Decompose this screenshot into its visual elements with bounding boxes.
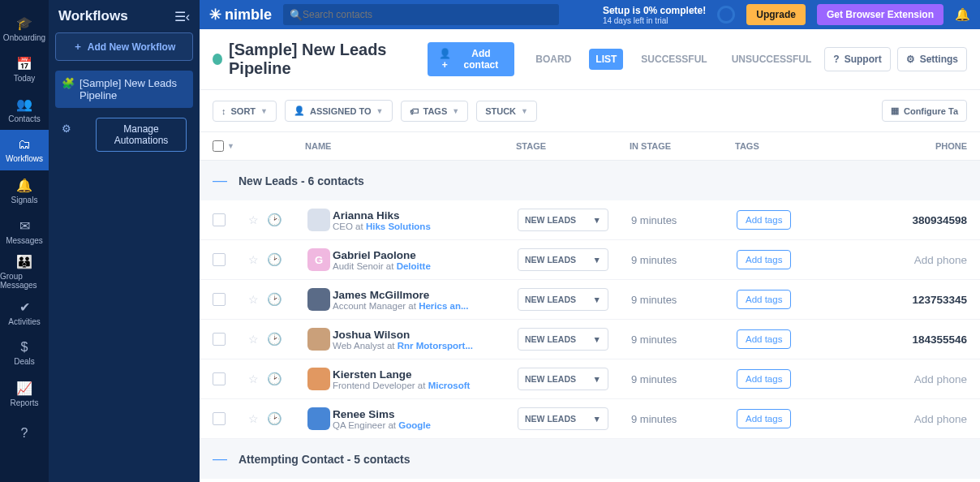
group-header[interactable]: —Attempting Contact - 5 contacts	[200, 439, 980, 479]
configure-table-button[interactable]: ▦Configure Ta	[882, 100, 967, 122]
reminder-clock-icon[interactable]: 🕑	[267, 252, 282, 267]
tags-chip[interactable]: 🏷TAGS▼	[401, 101, 469, 122]
nav-onboarding[interactable]: 🎓Onboarding	[0, 8, 49, 49]
support-button[interactable]: ? Support	[824, 47, 890, 71]
contact-name[interactable]: James McGillmore	[333, 289, 518, 301]
row-checkbox[interactable]	[213, 293, 226, 306]
favorite-star-icon[interactable]: ☆	[248, 372, 259, 385]
browser-ext-button[interactable]: Get Browser Extension	[817, 4, 943, 25]
stage-dropdown[interactable]: NEW LEADS▼	[518, 368, 608, 390]
nav-help[interactable]: ?	[0, 414, 49, 454]
reminder-clock-icon[interactable]: 🕑	[267, 411, 282, 426]
favorite-star-icon[interactable]: ☆	[248, 253, 259, 266]
favorite-star-icon[interactable]: ☆	[248, 412, 259, 425]
stage-dropdown[interactable]: NEW LEADS▼	[518, 288, 608, 311]
nav-contacts[interactable]: 👥Contacts	[0, 89, 49, 130]
avatar[interactable]	[307, 288, 330, 311]
collapse-panel-icon[interactable]: ☰‹	[174, 9, 190, 24]
add-tags-button[interactable]: Add tags	[737, 369, 791, 389]
company-link[interactable]: Google	[398, 420, 431, 430]
nav-activities[interactable]: ✔Activities	[0, 292, 49, 333]
add-tags-button[interactable]: Add tags	[737, 290, 791, 309]
row-checkbox[interactable]	[213, 333, 226, 346]
reminder-clock-icon[interactable]: 🕑	[267, 213, 282, 227]
search-input[interactable]	[303, 9, 552, 20]
nav-today[interactable]: 📅Today	[0, 49, 49, 89]
nav-messages[interactable]: ✉Messages	[0, 211, 49, 252]
nav-deals[interactable]: $Deals	[0, 333, 49, 373]
nav-group[interactable]: 👪Group Messages	[0, 252, 49, 292]
favorite-star-icon[interactable]: ☆	[248, 293, 259, 306]
phone-value[interactable]: Add phone	[911, 373, 967, 385]
add-contact-button[interactable]: 👤+ Add contact	[428, 42, 514, 76]
search-box[interactable]: 🔍	[283, 4, 559, 25]
tab-unsuccessful[interactable]: UNSUCCESSFUL	[725, 49, 819, 70]
select-caret-icon[interactable]: ▼	[227, 142, 234, 150]
add-tags-button[interactable]: Add tags	[737, 329, 791, 349]
add-tags-button[interactable]: Add tags	[737, 210, 791, 230]
reports-icon: 📈	[16, 381, 32, 396]
avatar[interactable]	[307, 328, 330, 351]
collapse-group-icon[interactable]: —	[213, 450, 227, 467]
select-all-checkbox[interactable]	[213, 140, 224, 152]
company-link[interactable]: Deloitte	[397, 261, 431, 271]
tab-successful[interactable]: SUCCESSFUL	[634, 49, 713, 70]
stuck-chip[interactable]: STUCK▼	[476, 101, 537, 122]
company-link[interactable]: Herics an...	[419, 301, 468, 311]
reminder-clock-icon[interactable]: 🕑	[267, 292, 282, 307]
favorite-star-icon[interactable]: ☆	[248, 333, 259, 346]
assigned-chip[interactable]: 👤ASSIGNED TO▼	[285, 100, 393, 122]
avatar[interactable]: G	[307, 248, 330, 271]
add-tags-button[interactable]: Add tags	[737, 409, 791, 428]
table-row: ☆🕑James McGillmoreAccount Manager at Her…	[200, 280, 980, 320]
contact-name[interactable]: Arianna Hiks	[333, 209, 518, 222]
settings-button[interactable]: ⚙ Settings	[897, 47, 967, 71]
reminder-clock-icon[interactable]: 🕑	[267, 372, 282, 386]
nav-reports[interactable]: 📈Reports	[0, 373, 49, 414]
stage-dropdown[interactable]: NEW LEADS▼	[518, 209, 608, 231]
avatar[interactable]	[307, 407, 330, 430]
row-checkbox[interactable]	[213, 213, 226, 226]
col-stage[interactable]: STAGE	[516, 141, 630, 151]
stage-dropdown[interactable]: NEW LEADS▼	[518, 328, 608, 351]
avatar[interactable]	[307, 368, 330, 390]
tab-board[interactable]: BOARD	[529, 49, 578, 70]
nav-signals[interactable]: 🔔Signals	[0, 170, 49, 211]
contact-subtitle: Frontend Developer at Microsoft	[333, 381, 518, 390]
contact-name[interactable]: Gabriel Paolone	[333, 249, 518, 261]
row-checkbox[interactable]	[213, 372, 226, 385]
notifications-icon[interactable]: 🔔	[955, 7, 970, 22]
collapse-group-icon[interactable]: —	[213, 172, 227, 189]
col-phone[interactable]: PHONE	[909, 141, 967, 151]
sort-chip[interactable]: ↕SORT▼	[213, 101, 277, 122]
tab-list[interactable]: LIST	[589, 49, 623, 70]
nav-workflows[interactable]: 🗂Workflows	[0, 130, 49, 170]
contact-name[interactable]: Joshua Wilson	[333, 329, 518, 341]
contact-name[interactable]: Kiersten Lange	[333, 368, 518, 381]
reminder-clock-icon[interactable]: 🕑	[267, 332, 282, 346]
company-link[interactable]: Microsoft	[428, 381, 471, 390]
stage-dropdown[interactable]: NEW LEADS▼	[518, 248, 608, 271]
upgrade-button[interactable]: Upgrade	[746, 4, 806, 25]
col-instage[interactable]: IN STAGE	[630, 141, 735, 151]
row-checkbox[interactable]	[213, 253, 226, 266]
brand-logo[interactable]: ✳ nimble	[209, 6, 272, 24]
add-workflow-button[interactable]: ＋ Add New Workflow	[55, 32, 193, 61]
company-link[interactable]: Hiks Solutions	[366, 222, 431, 231]
view-tabs: BOARDLISTSUCCESSFULUNSUCCESSFUL	[529, 49, 818, 70]
phone-value[interactable]: Add phone	[911, 413, 967, 425]
stage-dropdown[interactable]: NEW LEADS▼	[518, 407, 608, 430]
deals-icon: $	[21, 340, 28, 355]
company-link[interactable]: Rnr Motorsport...	[398, 341, 473, 351]
phone-value[interactable]: Add phone	[911, 254, 967, 266]
group-header[interactable]: —New Leads - 6 contacts	[200, 161, 980, 200]
col-name[interactable]: NAME	[305, 141, 516, 151]
add-tags-button[interactable]: Add tags	[737, 250, 791, 269]
col-tags[interactable]: TAGS	[735, 141, 909, 151]
avatar[interactable]	[307, 209, 330, 231]
contact-name[interactable]: Renee Sims	[333, 408, 518, 420]
favorite-star-icon[interactable]: ☆	[248, 213, 259, 226]
manage-automations-button[interactable]: Manage Automations	[96, 118, 187, 152]
row-checkbox[interactable]	[213, 412, 226, 425]
workflow-item-sample[interactable]: 🧩 [Sample] New Leads Pipeline	[55, 71, 193, 108]
